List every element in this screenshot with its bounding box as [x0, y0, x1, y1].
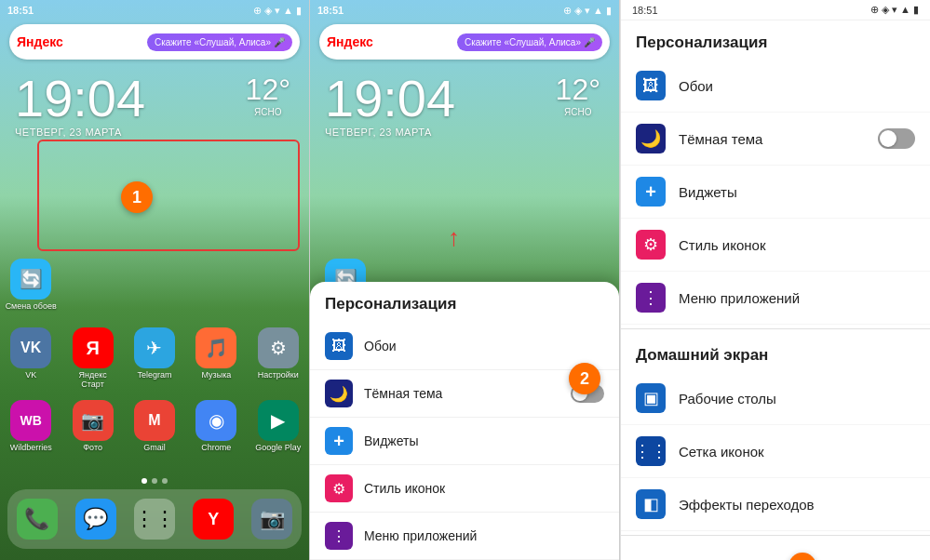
- dock-camera[interactable]: 📷: [251, 499, 292, 540]
- app-vk[interactable]: VK VK: [5, 327, 57, 390]
- yandex-search-bar-1[interactable]: Яндекс Скажите «Слушай, Алиса» 🎤: [9, 24, 300, 60]
- popup-item-icon-style[interactable]: ⚙ Стиль иконок: [310, 465, 619, 513]
- app-chrome-icon: ◉: [195, 400, 236, 441]
- divider-1: [621, 328, 930, 329]
- popup-iconstyle-label: Стиль иконок: [364, 481, 604, 496]
- settings-time: 18:51: [632, 5, 658, 16]
- popup-item-app-menu[interactable]: ⋮ Меню приложений: [310, 513, 619, 560]
- app-gmail[interactable]: M Gmail: [128, 400, 181, 453]
- popup-title: Персонализация: [310, 295, 619, 323]
- app-wildberries[interactable]: WB Wildberries: [5, 400, 57, 453]
- yandex-logo-2: Яндекс: [327, 34, 373, 49]
- alice-label-2: Скажите «Слушай, Алиса»: [465, 37, 581, 47]
- settings-widgets-label: Виджеты: [679, 184, 915, 200]
- app-dock-1: 📞 💬 ⋮⋮ Y 📷: [7, 489, 302, 549]
- app-foto[interactable]: 📷 Фото: [67, 400, 119, 453]
- dot-3: [162, 478, 168, 484]
- popup-wallpaper-icon: 🖼: [325, 332, 353, 360]
- yandex-search-bar-2[interactable]: Яндекс Скажите «Слушай, Алиса» 🎤: [319, 24, 610, 60]
- dock-apps[interactable]: ⋮⋮: [134, 499, 175, 540]
- weather-desc-2: ЯСНО: [556, 107, 600, 117]
- settings-wallpaper[interactable]: 🖼 Обои: [621, 60, 930, 113]
- app-telegram-label: Telegram: [137, 371, 171, 380]
- alice-button-1[interactable]: Скажите «Слушай, Алиса» 🎤: [147, 33, 292, 51]
- settings-dark-theme[interactable]: 🌙 Тёмная тема: [621, 113, 930, 166]
- app-play-label: Google Play: [255, 444, 301, 453]
- app-music[interactable]: 🎵 Музыка: [190, 327, 242, 390]
- settings-iconstyle-label: Стиль иконок: [679, 237, 915, 253]
- section-title-homescreen: Домашний экран: [621, 333, 930, 372]
- settings-app-menu[interactable]: ⋮ Меню приложений: [621, 272, 930, 325]
- app-empty-1: [67, 259, 119, 312]
- popup-dark-label: Тёмная тема: [364, 386, 571, 401]
- settings-wallpaper-label: Обои: [679, 78, 915, 94]
- status-bar-1: 18:51 ⊕ ◈ ▾ ▲ ▮: [0, 0, 309, 20]
- weather-temp-1: 12°: [246, 73, 290, 107]
- app-google-play[interactable]: ▶ Google Play: [252, 400, 304, 453]
- app-telegram[interactable]: ✈ Telegram: [128, 327, 181, 390]
- popup-item-widgets[interactable]: + Виджеты: [310, 418, 619, 465]
- app-wallpaper[interactable]: 🔄 Смена обоев: [5, 259, 57, 312]
- settings-appmenu-label: Меню приложений: [679, 290, 915, 306]
- clock-time-2: 19:04: [325, 73, 455, 125]
- app-foto-label: Фото: [83, 444, 102, 453]
- yandex-logo-1: Яндекс: [17, 34, 63, 49]
- step-badge-3: 3: [788, 553, 816, 560]
- app-gmail-label: Gmail: [143, 444, 166, 453]
- settings-iconstyle-icon: ⚙: [636, 230, 666, 260]
- status-icons-1: ⊕ ◈ ▾ ▲ ▮: [253, 5, 302, 17]
- popup-iconstyle-icon: ⚙: [325, 474, 353, 502]
- settings-icon-style[interactable]: ⚙ Стиль иконок: [621, 219, 930, 272]
- settings-transitions[interactable]: ◧ Эффекты переходов: [621, 478, 930, 531]
- screen-1: 18:51 ⊕ ◈ ▾ ▲ ▮ Яндекс Скажите «Слушай, …: [0, 0, 310, 560]
- app-row-1-3: WB Wildberries 📷 Фото M Gmail ◉ Chrome ▶…: [0, 400, 309, 453]
- alice-search-section: Алиса и поиск ← 3: [621, 540, 930, 560]
- personalization-popup: Персонализация 🖼 Обои 🌙 Тёмная тема + Ви…: [310, 282, 619, 560]
- alice-arrow-icon: ←: [759, 554, 779, 560]
- app-settings[interactable]: ⚙ Настройки: [252, 327, 304, 390]
- alice-button-2[interactable]: Скажите «Слушай, Алиса» 🎤: [457, 33, 602, 51]
- settings-widgets-icon: +: [636, 177, 666, 207]
- divider-2: [621, 535, 930, 536]
- app-row-1-2: VK VK Я Яндекс Старт ✈ Telegram 🎵 Музыка…: [0, 327, 309, 390]
- settings-appmenu-icon: ⋮: [636, 283, 666, 313]
- app-settings-icon: ⚙: [258, 327, 299, 368]
- dock-phone[interactable]: 📞: [17, 499, 58, 540]
- dot-active-1: [142, 478, 147, 484]
- app-play-icon: ▶: [258, 400, 299, 441]
- settings-desktops[interactable]: ▣ Рабочие столы: [621, 372, 930, 425]
- app-telegram-icon: ✈: [134, 327, 175, 368]
- mic-icon-2: 🎤: [584, 37, 595, 47]
- settings-widgets[interactable]: + Виджеты: [621, 166, 930, 219]
- settings-grid-label: Сетка иконок: [679, 444, 915, 460]
- dock-yandex[interactable]: Y: [193, 499, 234, 540]
- app-chrome-label: Chrome: [201, 444, 231, 453]
- weather-widget-2: 12° ЯСНО: [556, 73, 600, 117]
- page-dots-1: [0, 478, 309, 484]
- settings-panel: 18:51 ⊕ ◈ ▾ ▲ ▮ Персонализация 🖼 Обои 🌙 …: [620, 0, 930, 560]
- app-vk-icon: VK: [10, 327, 51, 368]
- clock-date-1: ЧЕТВЕРГ, 23 МАРТА: [15, 127, 145, 138]
- clock-widget-2: 19:04 ЧЕТВЕРГ, 23 МАРТА: [325, 73, 455, 138]
- app-empty-4: [252, 259, 304, 312]
- popup-appmenu-label: Меню приложений: [364, 528, 604, 543]
- app-yandex-label: Яндекс Старт: [67, 371, 119, 390]
- app-row-1-1: 🔄 Смена обоев: [0, 259, 309, 312]
- dock-messages[interactable]: 💬: [75, 499, 116, 540]
- app-yandex-start[interactable]: Я Яндекс Старт: [67, 327, 119, 390]
- clock-time-1: 19:04: [15, 73, 145, 125]
- settings-icon-grid[interactable]: ⋮⋮ Сетка иконок: [621, 425, 930, 478]
- settings-transition-icon: ◧: [636, 489, 666, 519]
- screen-2: 18:51 ⊕ ◈ ▾ ▲ ▮ Яндекс Скажите «Слушай, …: [310, 0, 620, 560]
- popup-item-wallpaper[interactable]: 🖼 Обои: [310, 323, 619, 370]
- arrow-up-indicator: ↑: [448, 223, 460, 252]
- status-time-1: 18:51: [7, 5, 34, 16]
- weather-temp-2: 12°: [556, 73, 600, 107]
- mic-icon-1: 🎤: [274, 37, 285, 47]
- app-chrome[interactable]: ◉ Chrome: [190, 400, 242, 453]
- app-empty-3: [190, 259, 242, 312]
- popup-wallpaper-label: Обои: [364, 339, 604, 353]
- settings-dark-toggle[interactable]: [878, 128, 915, 149]
- status-time-2: 18:51: [317, 5, 344, 16]
- settings-transition-label: Эффекты переходов: [679, 497, 915, 513]
